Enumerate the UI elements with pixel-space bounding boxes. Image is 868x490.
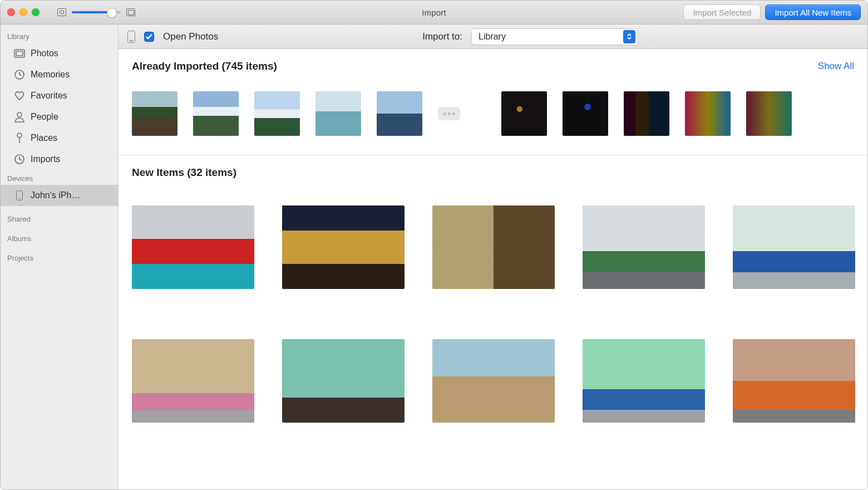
imported-thumb[interactable] (132, 85, 177, 143)
heart-icon (14, 90, 25, 101)
imported-thumb[interactable] (193, 85, 239, 143)
sidebar-heading-devices: Devices (1, 170, 118, 185)
new-item-thumb[interactable] (733, 339, 855, 423)
sidebar-item-label: People (31, 112, 58, 122)
memories-icon (14, 69, 25, 80)
sidebar-item-people[interactable]: People (1, 106, 118, 128)
import-selected-button[interactable]: Import Selected (683, 4, 761, 20)
sidebar: Library Photos Memories Favorites People… (1, 24, 119, 489)
thumbnail-zoom-control (57, 8, 135, 16)
sidebar-item-imports[interactable]: Imports (1, 149, 118, 170)
sidebar-heading-shared[interactable]: Shared (1, 206, 118, 226)
zoom-out-icon[interactable] (57, 8, 66, 16)
new-items-heading: New Items (32 items) (132, 166, 236, 179)
show-all-link[interactable]: Show All (818, 61, 854, 72)
import-to-value: Library (479, 32, 506, 42)
new-item-thumb[interactable] (282, 339, 405, 423)
minimize-window-button[interactable] (19, 8, 27, 16)
sidebar-item-label: Photos (31, 48, 58, 58)
new-item-thumb[interactable] (583, 205, 705, 289)
imported-thumb[interactable] (685, 85, 731, 143)
new-item-thumb[interactable] (282, 205, 405, 289)
svg-point-3 (17, 112, 22, 117)
import-to-dropdown[interactable]: Library (471, 28, 638, 45)
new-items-grid (119, 183, 867, 445)
sidebar-item-places[interactable]: Places (1, 128, 118, 149)
imported-thumb[interactable] (254, 85, 300, 143)
pin-icon (14, 133, 25, 144)
dropdown-arrows-icon (623, 30, 635, 43)
sidebar-item-label: Imports (31, 154, 60, 164)
svg-point-4 (17, 133, 22, 138)
new-item-thumb[interactable] (432, 339, 555, 423)
workspace: Library Photos Memories Favorites People… (1, 24, 867, 489)
svg-rect-1 (16, 51, 23, 56)
already-imported-strip (119, 77, 867, 155)
sidebar-item-photos[interactable]: Photos (1, 43, 118, 64)
sidebar-heading-projects[interactable]: Projects (1, 245, 118, 264)
sidebar-item-label: Favorites (31, 91, 67, 101)
person-icon (14, 111, 25, 122)
imported-thumb[interactable] (315, 85, 361, 143)
zoom-in-icon[interactable] (126, 8, 135, 16)
clock-icon (14, 154, 25, 165)
main-pane: Open Photos Import to: Library Already I… (119, 24, 867, 489)
already-imported-header: Already Imported (745 items) Show All (119, 49, 867, 77)
imported-thumb[interactable] (377, 85, 422, 143)
import-all-button[interactable]: Import All New Items (765, 4, 861, 20)
sidebar-item-device[interactable]: John's iPh… (1, 185, 118, 206)
sidebar-item-label: Memories (31, 70, 70, 80)
sidebar-heading-albums[interactable]: Albums (1, 226, 118, 245)
import-to-label: Import to: (422, 31, 462, 42)
titlebar: Import Import Selected Import All New It… (1, 1, 867, 24)
device-icon (127, 31, 135, 43)
new-items-header: New Items (32 items) (119, 155, 867, 183)
new-item-thumb[interactable] (583, 339, 705, 423)
sidebar-item-label: Places (31, 133, 57, 143)
new-item-thumb[interactable] (432, 205, 555, 289)
zoom-slider[interactable] (72, 11, 121, 13)
fullscreen-window-button[interactable] (32, 8, 40, 16)
window-controls (7, 8, 40, 16)
imported-thumb[interactable] (501, 85, 547, 143)
title-actions: Import Selected Import All New Items (683, 4, 861, 20)
close-window-button[interactable] (7, 8, 15, 16)
imported-thumb[interactable] (563, 85, 608, 143)
photos-icon (14, 48, 25, 59)
phone-icon (14, 190, 25, 201)
new-item-thumb[interactable] (132, 339, 254, 423)
imported-thumb[interactable] (624, 85, 669, 143)
new-item-thumb[interactable] (132, 205, 254, 289)
already-imported-heading: Already Imported (745 items) (132, 60, 277, 72)
sidebar-item-memories[interactable]: Memories (1, 64, 118, 85)
sidebar-heading-library: Library (1, 28, 118, 43)
sidebar-item-label: John's iPh… (31, 190, 80, 200)
window-title: Import (422, 8, 446, 17)
sidebar-item-favorites[interactable]: Favorites (1, 85, 118, 106)
open-photos-label: Open Photos (163, 31, 218, 42)
open-photos-checkbox[interactable] (144, 32, 154, 42)
more-thumbs-button[interactable] (438, 107, 460, 120)
imported-thumb[interactable] (746, 85, 792, 143)
new-item-thumb[interactable] (733, 205, 855, 289)
import-toolbar: Open Photos Import to: Library (119, 24, 867, 49)
